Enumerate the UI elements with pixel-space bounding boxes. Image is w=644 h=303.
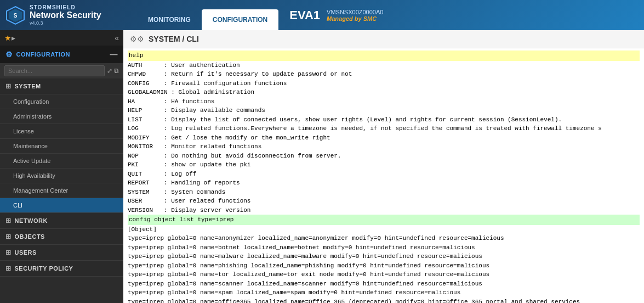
cli-line: SYSTEM : System commands bbox=[128, 188, 640, 197]
device-managed: Managed by SMC bbox=[327, 15, 383, 22]
cli-line: REPORT : Handling of reports bbox=[128, 178, 640, 188]
cli-line: AUTH : User authentication bbox=[128, 61, 640, 70]
svg-text:S: S bbox=[14, 13, 18, 19]
search-input[interactable] bbox=[4, 65, 105, 76]
cli-line: GLOBALADMIN : Global administration bbox=[128, 88, 640, 97]
users-label: USERS bbox=[15, 249, 37, 256]
security-policy-label: SECURITY POLICY bbox=[15, 265, 73, 272]
cli-terminal[interactable]: helpAUTH : User authenticationCHPWD : Re… bbox=[123, 48, 644, 303]
sidebar-group-security-policy[interactable]: ⊞ SECURITY POLICY bbox=[0, 261, 123, 277]
network-icon: ⊞ bbox=[5, 217, 12, 225]
cli-line: NOP : Do nothing but avoid disconnection… bbox=[128, 152, 640, 161]
cli-line: type=iprep global=0 name=phishing locali… bbox=[128, 261, 640, 271]
cli-line: MONITOR : Monitor related functions bbox=[128, 142, 640, 152]
sidebar-group-system[interactable]: ⊞ SYSTEM bbox=[0, 78, 123, 94]
cli-line: LOG : Log related functions.Everywhere a… bbox=[128, 124, 640, 133]
content-area: ⚙⚙ SYSTEM / CLI helpAUTH : User authenti… bbox=[123, 30, 644, 303]
tab-configuration[interactable]: CONFIGURATION bbox=[202, 9, 278, 30]
cli-line: type=iprep global=0 name=scanner localiz… bbox=[128, 279, 640, 289]
brand-name: STORMSHIELD bbox=[30, 4, 101, 10]
tab-monitoring[interactable]: MONITORING bbox=[137, 9, 202, 30]
content-title: SYSTEM / CLI bbox=[149, 35, 199, 43]
cli-line: PKI : show or update the pki bbox=[128, 160, 640, 170]
sidebar-item-high-availability[interactable]: High Availability bbox=[0, 169, 123, 183]
window-icon[interactable]: ⧉ bbox=[114, 67, 119, 75]
cli-line: type=iprep global=0 name=tor localized_n… bbox=[128, 270, 640, 279]
device-id: VMSNSX00Z0000A0 bbox=[327, 9, 383, 15]
stormshield-logo: S bbox=[5, 5, 25, 25]
sidebar-item-active-update[interactable]: Active Update bbox=[0, 154, 123, 169]
cli-line: type=iprep global=0 name=office365 local… bbox=[128, 298, 640, 304]
sidebar-group-objects[interactable]: ⊞ OBJECTS bbox=[0, 229, 123, 245]
top-header: S STORMSHIELD Network Security v4.0.3 MO… bbox=[0, 0, 644, 30]
system-label: SYSTEM bbox=[15, 83, 41, 89]
search-row: ⤢ ⧉ bbox=[0, 63, 123, 78]
sidebar-item-management-center[interactable]: Management Center bbox=[0, 183, 123, 198]
cli-line: HELP : Display available commands bbox=[128, 106, 640, 115]
system-icon: ⊞ bbox=[5, 82, 12, 90]
cli-line: help bbox=[128, 50, 640, 61]
cli-line: VERSION : Display server version bbox=[128, 206, 640, 215]
sidebar-item-maintenance[interactable]: Maintenance bbox=[0, 139, 123, 154]
cli-line: type=iprep global=0 name=malware localiz… bbox=[128, 252, 640, 261]
device-info: EVA1 VMSNSX00Z0000A0 Managed by SMC bbox=[289, 8, 383, 23]
sidebar: ★ ▸ « ⚙ CONFIGURATION — ⤢ ⧉ ⊞ SYSTEM Con… bbox=[0, 30, 123, 303]
network-label: NETWORK bbox=[15, 217, 48, 224]
cli-line: type=iprep global=0 name=botnet localize… bbox=[128, 243, 640, 252]
content-header-icon: ⚙⚙ bbox=[130, 35, 144, 43]
cli-line: LIST : Display the list of connected use… bbox=[128, 115, 640, 125]
cli-line: CONFIG : Firewall configuration function… bbox=[128, 79, 640, 88]
favorites-icon[interactable]: ★ bbox=[4, 33, 12, 42]
arrow-icon[interactable]: ▸ bbox=[12, 33, 15, 42]
sidebar-item-configuration[interactable]: Configuration bbox=[0, 94, 123, 109]
sidebar-item-license[interactable]: License bbox=[0, 124, 123, 139]
cli-line: HA : HA functions bbox=[128, 97, 640, 106]
cli-line: type=iprep global=0 name=spam localized_… bbox=[128, 288, 640, 298]
product-name: Network Security bbox=[30, 10, 101, 20]
sidebar-section-header: ⚙ CONFIGURATION — bbox=[0, 46, 123, 63]
config-gear-icon: ⚙ bbox=[5, 50, 13, 59]
cli-line: QUIT : Log off bbox=[128, 170, 640, 179]
users-icon: ⊞ bbox=[5, 249, 12, 256]
cli-line: USER : User related functions bbox=[128, 197, 640, 206]
cli-line: config object list type=iprep bbox=[128, 215, 640, 225]
collapse-icon[interactable]: « bbox=[115, 33, 119, 42]
cli-line: CHPWD : Return if it's necessary to upda… bbox=[128, 70, 640, 79]
sidebar-group-users[interactable]: ⊞ USERS bbox=[0, 245, 123, 261]
sidebar-minus-icon[interactable]: — bbox=[110, 50, 118, 59]
cli-line: MODIFY : Get / lose the modify or the mo… bbox=[128, 133, 640, 143]
security-icon: ⊞ bbox=[5, 265, 12, 272]
version-label: v4.0.3 bbox=[30, 20, 101, 26]
objects-label: OBJECTS bbox=[15, 233, 45, 240]
content-header: ⚙⚙ SYSTEM / CLI bbox=[123, 30, 644, 48]
cli-line: [Object] bbox=[128, 225, 640, 234]
device-sub: VMSNSX00Z0000A0 Managed by SMC bbox=[327, 9, 383, 22]
sidebar-item-administrators[interactable]: Administrators bbox=[0, 109, 123, 124]
main-layout: ★ ▸ « ⚙ CONFIGURATION — ⤢ ⧉ ⊞ SYSTEM Con… bbox=[0, 30, 644, 303]
cli-line: type=iprep global=0 name=anonymizer loca… bbox=[128, 234, 640, 243]
sidebar-group-network[interactable]: ⊞ NETWORK bbox=[0, 213, 123, 229]
sidebar-section-label: CONFIGURATION bbox=[16, 51, 71, 58]
sidebar-item-cli[interactable]: CLI bbox=[0, 198, 123, 213]
device-name: EVA1 bbox=[289, 8, 320, 23]
expand-icon[interactable]: ⤢ bbox=[107, 67, 112, 75]
logo-area: S STORMSHIELD Network Security v4.0.3 bbox=[5, 4, 137, 26]
nav-tabs: MONITORING CONFIGURATION bbox=[137, 0, 278, 30]
sidebar-top-bar: ★ ▸ « bbox=[0, 30, 123, 46]
logo-text: STORMSHIELD Network Security v4.0.3 bbox=[30, 4, 101, 26]
objects-icon: ⊞ bbox=[5, 233, 12, 240]
